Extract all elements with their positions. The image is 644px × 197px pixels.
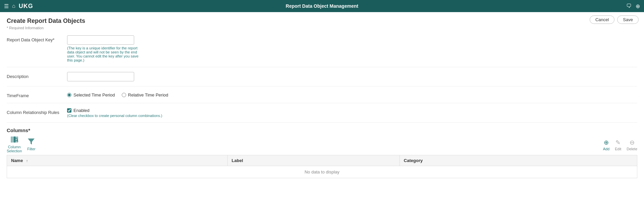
column-relationship-checkbox[interactable]	[67, 108, 71, 113]
timeframe-relative-option[interactable]: Relative Time Period	[122, 92, 168, 97]
description-input[interactable]	[67, 72, 134, 81]
add-button[interactable]: ⊕ Add	[603, 139, 610, 151]
filter-icon	[28, 139, 35, 146]
columns-title: Columns*	[7, 127, 637, 133]
columns-section: Columns*	[7, 127, 637, 178]
nav-right: 🗨 ⊕	[626, 3, 640, 9]
nav-title: Report Data Object Management	[286, 3, 358, 9]
column-selection-icon	[11, 136, 18, 144]
save-button[interactable]: Save	[617, 15, 639, 24]
empty-message: No data to display	[7, 166, 637, 178]
menu-icon[interactable]: ☰	[4, 3, 9, 9]
column-selection-label: ColumnSelection	[7, 145, 22, 153]
nav-left: ☰ ⌂ UKG	[4, 3, 33, 10]
table-empty-row: No data to display	[7, 166, 637, 178]
key-hint: (The key is a unique identifier for the …	[67, 46, 141, 62]
cancel-button[interactable]: Cancel	[590, 15, 614, 24]
col-header-name: Name ↑	[7, 155, 228, 166]
form-row-key: Report Data Object Key* (The key is a un…	[7, 35, 637, 67]
toolbar-left: ColumnSelection Filter	[7, 136, 36, 153]
toolbar-right: ⊕ Add ✎ Edit ⊖ Delete	[603, 139, 637, 151]
report-data-object-key-input[interactable]	[67, 35, 134, 45]
column-relationship-checkbox-item[interactable]: Enabled	[67, 108, 162, 113]
svg-marker-5	[28, 139, 35, 145]
table-head: Name ↑ Label Category	[7, 155, 637, 166]
column-relationship-hint: (Clear checkbox to create personal colum…	[67, 114, 162, 118]
filter-button[interactable]: Filter	[27, 139, 35, 151]
timeframe-relative-radio[interactable]	[122, 93, 126, 97]
form-row-timeframe: TimeFrame Selected Time Period Relative …	[7, 91, 637, 103]
top-nav: ☰ ⌂ UKG Report Data Object Management 🗨 …	[0, 0, 644, 12]
column-relationship-checkbox-label: Enabled	[73, 108, 90, 113]
timeframe-selected-option[interactable]: Selected Time Period	[67, 92, 115, 97]
timeframe-label: TimeFrame	[7, 91, 67, 98]
delete-button[interactable]: ⊖ Delete	[627, 139, 637, 151]
page-title: Create Report Data Objects	[7, 17, 637, 25]
delete-icon: ⊖	[630, 139, 635, 146]
edit-label: Edit	[615, 147, 621, 151]
columns-table: Name ↑ Label Category No data to display	[7, 155, 637, 178]
add-label: Add	[603, 147, 610, 151]
help-icon[interactable]: ⊕	[636, 3, 640, 9]
column-relationship-group: Enabled (Clear checkbox to create person…	[67, 108, 162, 118]
col-header-category: Category	[399, 155, 637, 166]
timeframe-radio-group: Selected Time Period Relative Time Perio…	[67, 91, 168, 97]
column-relationship-label: Column Relationship Rules	[7, 108, 67, 115]
page-content: Create Report Data Objects * Required In…	[0, 12, 644, 184]
description-label: Description	[7, 72, 67, 79]
ukg-logo: UKG	[19, 3, 33, 10]
timeframe-relative-label: Relative Time Period	[128, 92, 168, 97]
delete-label: Delete	[627, 147, 637, 151]
table-header-row: Name ↑ Label Category	[7, 155, 637, 166]
edit-icon: ✎	[615, 139, 621, 146]
col-header-label: Label	[227, 155, 399, 166]
columns-toolbar: ColumnSelection Filter	[7, 136, 637, 153]
key-input-group: (The key is a unique identifier for the …	[67, 35, 141, 62]
report-data-object-key-label: Report Data Object Key*	[7, 35, 67, 42]
timeframe-selected-label: Selected Time Period	[73, 92, 115, 97]
timeframe-selected-radio[interactable]	[67, 93, 71, 97]
home-icon[interactable]: ⌂	[12, 3, 15, 9]
form-row-column-relationship: Column Relationship Rules Enabled (Clear…	[7, 108, 637, 123]
column-selection-button[interactable]: ColumnSelection	[7, 136, 22, 153]
required-info: * Required Information	[7, 26, 637, 30]
sort-icon[interactable]: ↑	[26, 159, 28, 163]
form-row-description: Description	[7, 72, 637, 86]
edit-button[interactable]: ✎ Edit	[615, 139, 621, 151]
filter-label: Filter	[27, 147, 35, 151]
top-actions: Cancel Save	[590, 15, 639, 24]
table-body: No data to display	[7, 166, 637, 178]
svg-rect-0	[11, 136, 13, 143]
notifications-icon[interactable]: 🗨	[626, 3, 632, 9]
add-icon: ⊕	[604, 139, 609, 146]
